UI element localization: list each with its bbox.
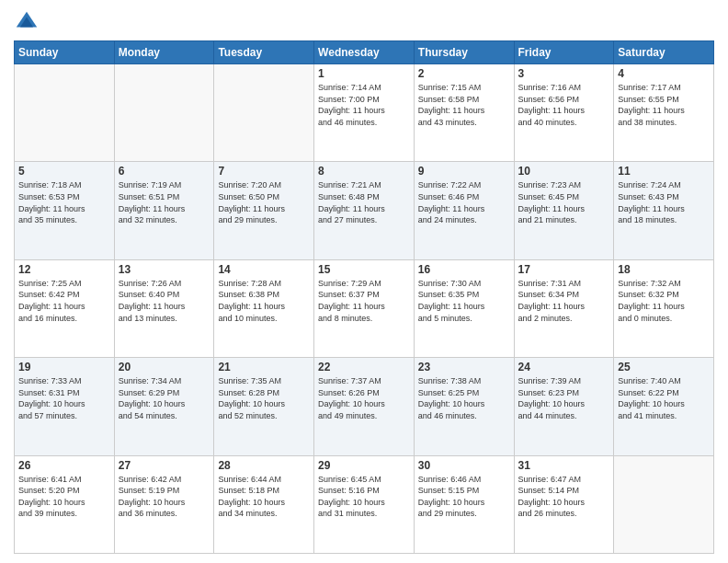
day-info: Sunrise: 7:18 AMSunset: 6:53 PMDaylight:…: [18, 179, 110, 225]
day-cell: 22Sunrise: 7:37 AMSunset: 6:26 PMDayligh…: [314, 358, 415, 455]
day-info: Sunrise: 7:34 AMSunset: 6:29 PMDaylight:…: [119, 375, 210, 421]
day-info: Sunrise: 7:15 AMSunset: 6:58 PMDaylight:…: [418, 82, 510, 128]
day-number: 21: [218, 361, 310, 373]
day-number: 17: [518, 263, 610, 276]
day-info: Sunrise: 7:30 AMSunset: 6:35 PMDaylight:…: [418, 278, 510, 324]
day-number: 11: [618, 165, 710, 178]
day-cell: 25Sunrise: 7:40 AMSunset: 6:22 PMDayligh…: [614, 358, 714, 455]
day-cell: 28Sunrise: 6:44 AMSunset: 5:18 PMDayligh…: [214, 455, 314, 553]
day-info: Sunrise: 6:45 AMSunset: 5:16 PMDaylight:…: [318, 474, 410, 520]
day-cell: 14Sunrise: 7:28 AMSunset: 6:38 PMDayligh…: [214, 259, 314, 357]
day-info: Sunrise: 7:25 AMSunset: 6:42 PMDaylight:…: [18, 278, 110, 324]
day-info: Sunrise: 7:26 AMSunset: 6:40 PMDaylight:…: [119, 278, 210, 324]
day-number: 3: [518, 67, 610, 80]
day-cell: 13Sunrise: 7:26 AMSunset: 6:40 PMDayligh…: [114, 259, 214, 357]
day-info: Sunrise: 6:47 AMSunset: 5:14 PMDaylight:…: [518, 474, 610, 520]
day-info: Sunrise: 7:17 AMSunset: 6:55 PMDaylight:…: [618, 82, 710, 128]
day-info: Sunrise: 7:37 AMSunset: 6:26 PMDaylight:…: [318, 375, 410, 421]
day-number: 26: [18, 459, 110, 472]
day-cell: 19Sunrise: 7:33 AMSunset: 6:31 PMDayligh…: [15, 358, 115, 455]
day-cell: 20Sunrise: 7:34 AMSunset: 6:29 PMDayligh…: [114, 358, 214, 455]
day-info: Sunrise: 7:21 AMSunset: 6:48 PMDaylight:…: [318, 179, 410, 225]
day-info: Sunrise: 7:29 AMSunset: 6:37 PMDaylight:…: [318, 278, 410, 324]
day-info: Sunrise: 6:41 AMSunset: 5:20 PMDaylight:…: [18, 474, 110, 520]
day-cell: 16Sunrise: 7:30 AMSunset: 6:35 PMDayligh…: [414, 259, 514, 357]
logo-icon: [14, 9, 40, 35]
day-cell: 3Sunrise: 7:16 AMSunset: 6:56 PMDaylight…: [514, 64, 614, 162]
page: SundayMondayTuesdayWednesdayThursdayFrid…: [0, 0, 728, 563]
day-number: 20: [119, 361, 210, 373]
day-header-thursday: Thursday: [414, 41, 514, 64]
day-cell: [614, 455, 714, 553]
day-info: Sunrise: 7:23 AMSunset: 6:45 PMDaylight:…: [518, 179, 610, 225]
day-number: 16: [418, 263, 510, 276]
day-info: Sunrise: 7:31 AMSunset: 6:34 PMDaylight:…: [518, 278, 610, 324]
day-number: 30: [418, 459, 510, 472]
day-cell: 23Sunrise: 7:38 AMSunset: 6:25 PMDayligh…: [414, 358, 514, 455]
day-info: Sunrise: 6:44 AMSunset: 5:18 PMDaylight:…: [218, 474, 310, 520]
day-number: 25: [618, 361, 710, 373]
day-info: Sunrise: 7:16 AMSunset: 6:56 PMDaylight:…: [518, 82, 610, 128]
day-info: Sunrise: 7:38 AMSunset: 6:25 PMDaylight:…: [418, 375, 510, 421]
day-info: Sunrise: 7:14 AMSunset: 7:00 PMDaylight:…: [318, 82, 410, 128]
day-cell: 11Sunrise: 7:24 AMSunset: 6:43 PMDayligh…: [614, 162, 714, 259]
day-number: 9: [418, 165, 510, 178]
day-cell: 8Sunrise: 7:21 AMSunset: 6:48 PMDaylight…: [314, 162, 415, 259]
day-number: 5: [18, 165, 110, 178]
day-info: Sunrise: 7:22 AMSunset: 6:46 PMDaylight:…: [418, 179, 510, 225]
day-number: 13: [119, 263, 210, 276]
logo: [14, 9, 43, 35]
day-cell: 30Sunrise: 6:46 AMSunset: 5:15 PMDayligh…: [414, 455, 514, 553]
day-header-wednesday: Wednesday: [314, 41, 415, 64]
day-cell: 26Sunrise: 6:41 AMSunset: 5:20 PMDayligh…: [15, 455, 115, 553]
day-cell: 4Sunrise: 7:17 AMSunset: 6:55 PMDaylight…: [614, 64, 714, 162]
day-info: Sunrise: 6:42 AMSunset: 5:19 PMDaylight:…: [119, 474, 210, 520]
day-cell: 2Sunrise: 7:15 AMSunset: 6:58 PMDaylight…: [414, 64, 514, 162]
day-number: 15: [318, 263, 410, 276]
day-number: 29: [318, 459, 410, 472]
day-number: 19: [18, 361, 110, 373]
day-header-monday: Monday: [114, 41, 214, 64]
day-cell: 21Sunrise: 7:35 AMSunset: 6:28 PMDayligh…: [214, 358, 314, 455]
day-number: 31: [518, 459, 610, 472]
day-info: Sunrise: 7:33 AMSunset: 6:31 PMDaylight:…: [18, 375, 110, 421]
day-cell: 10Sunrise: 7:23 AMSunset: 6:45 PMDayligh…: [514, 162, 614, 259]
day-cell: [114, 64, 214, 162]
day-cell: 7Sunrise: 7:20 AMSunset: 6:50 PMDaylight…: [214, 162, 314, 259]
day-info: Sunrise: 7:20 AMSunset: 6:50 PMDaylight:…: [218, 179, 310, 225]
day-cell: 27Sunrise: 6:42 AMSunset: 5:19 PMDayligh…: [114, 455, 214, 553]
day-cell: 5Sunrise: 7:18 AMSunset: 6:53 PMDaylight…: [15, 162, 115, 259]
day-info: Sunrise: 7:35 AMSunset: 6:28 PMDaylight:…: [218, 375, 310, 421]
day-number: 2: [418, 67, 510, 80]
day-cell: 1Sunrise: 7:14 AMSunset: 7:00 PMDaylight…: [314, 64, 415, 162]
week-row-3: 19Sunrise: 7:33 AMSunset: 6:31 PMDayligh…: [15, 358, 714, 455]
day-cell: 12Sunrise: 7:25 AMSunset: 6:42 PMDayligh…: [15, 259, 115, 357]
day-number: 14: [218, 263, 310, 276]
week-row-0: 1Sunrise: 7:14 AMSunset: 7:00 PMDaylight…: [15, 64, 714, 162]
day-number: 7: [218, 165, 310, 178]
day-number: 4: [618, 67, 710, 80]
day-number: 8: [318, 165, 410, 178]
day-cell: 24Sunrise: 7:39 AMSunset: 6:23 PMDayligh…: [514, 358, 614, 455]
header: [14, 9, 714, 35]
calendar-table: SundayMondayTuesdayWednesdayThursdayFrid…: [14, 40, 714, 554]
day-info: Sunrise: 7:24 AMSunset: 6:43 PMDaylight:…: [618, 179, 710, 225]
day-cell: 18Sunrise: 7:32 AMSunset: 6:32 PMDayligh…: [614, 259, 714, 357]
day-number: 12: [18, 263, 110, 276]
day-cell: [214, 64, 314, 162]
day-cell: 29Sunrise: 6:45 AMSunset: 5:16 PMDayligh…: [314, 455, 415, 553]
day-number: 10: [518, 165, 610, 178]
day-info: Sunrise: 7:19 AMSunset: 6:51 PMDaylight:…: [119, 179, 210, 225]
day-cell: 6Sunrise: 7:19 AMSunset: 6:51 PMDaylight…: [114, 162, 214, 259]
day-info: Sunrise: 7:28 AMSunset: 6:38 PMDaylight:…: [218, 278, 310, 324]
day-cell: 31Sunrise: 6:47 AMSunset: 5:14 PMDayligh…: [514, 455, 614, 553]
day-info: Sunrise: 7:39 AMSunset: 6:23 PMDaylight:…: [518, 375, 610, 421]
day-header-friday: Friday: [514, 41, 614, 64]
day-header-sunday: Sunday: [15, 41, 115, 64]
day-number: 27: [119, 459, 210, 472]
day-info: Sunrise: 7:40 AMSunset: 6:22 PMDaylight:…: [618, 375, 710, 421]
day-number: 18: [618, 263, 710, 276]
day-cell: 15Sunrise: 7:29 AMSunset: 6:37 PMDayligh…: [314, 259, 415, 357]
day-number: 24: [518, 361, 610, 373]
week-row-4: 26Sunrise: 6:41 AMSunset: 5:20 PMDayligh…: [15, 455, 714, 553]
